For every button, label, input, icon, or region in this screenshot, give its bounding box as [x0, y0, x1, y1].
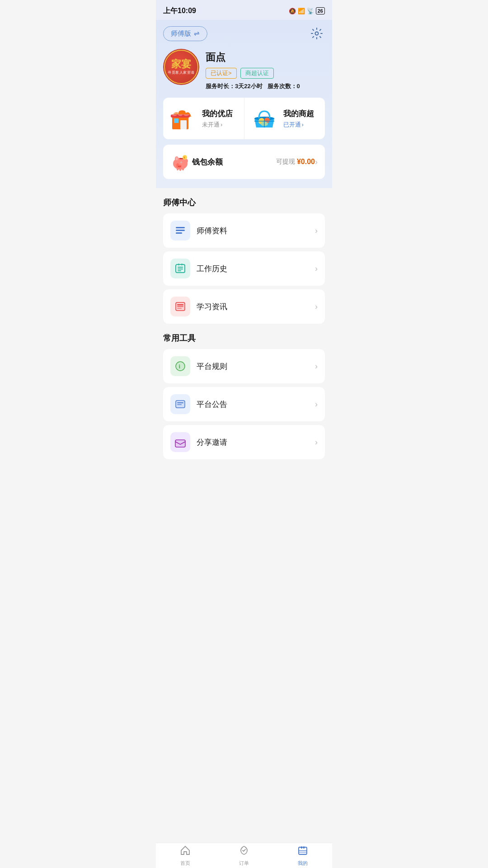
menu-item-news-label: 学习资讯	[197, 302, 315, 312]
store-card-super[interactable]: 我的商超 已开通 ›	[244, 98, 325, 139]
header-top: 师傅版 ⇌	[163, 25, 325, 42]
svg-rect-47	[177, 402, 183, 403]
badges-row: 已认证> 商超认证	[206, 68, 325, 79]
svg-point-16	[178, 166, 179, 167]
avatar-text-sub: 寻觅客人家里请	[168, 70, 195, 75]
svg-rect-53	[301, 846, 302, 849]
nav-label-orders: 订单	[239, 860, 249, 867]
svg-point-21	[176, 157, 178, 160]
chevron-icon: ›	[315, 438, 318, 447]
menu-item-history-label: 工作历史	[197, 264, 315, 274]
svg-rect-22	[179, 158, 183, 159]
store-youshop-title: 我的优店	[202, 108, 239, 119]
master-center-section: 师傅中心 师傅资料 ›	[156, 188, 332, 324]
svg-rect-29	[176, 230, 185, 231]
signal-icon: 📶	[298, 8, 305, 14]
orders-icon	[238, 844, 250, 859]
menu-item-profile-label: 师傅资料	[197, 226, 315, 236]
service-count-label: 服务次数：	[267, 83, 297, 90]
svg-rect-2	[174, 118, 178, 123]
chevron-icon: ›	[315, 264, 318, 274]
battery-indicator: 26	[316, 7, 325, 14]
nav-label-home: 首页	[180, 860, 190, 867]
history-icon	[170, 259, 190, 278]
svg-rect-49	[175, 440, 185, 447]
tools-menu: i 平台规则 › 平台公告 ›	[163, 349, 325, 459]
menu-item-history[interactable]: 工作历史 ›	[163, 251, 325, 286]
svg-rect-25	[182, 168, 184, 170]
version-toggle-label: 师傅版	[171, 29, 191, 38]
service-time-label: 服务时长：	[206, 83, 235, 90]
svg-text:¥: ¥	[183, 156, 185, 159]
menu-item-news[interactable]: 学习资讯 ›	[163, 289, 325, 324]
chevron-icon: ›	[315, 302, 318, 311]
nav-item-home[interactable]: 首页	[156, 843, 215, 868]
piggy-icon: ¥	[170, 151, 192, 173]
store-cards: 我的优店 未开通 ›	[163, 98, 325, 139]
badge-super: 商超认证	[240, 68, 274, 79]
svg-point-15	[177, 165, 182, 168]
notice-icon	[170, 394, 190, 414]
avatar: 家宴 寻觅客人家里请	[163, 49, 199, 85]
svg-rect-41	[177, 308, 182, 309]
profile-row: 家宴 寻觅客人家里请 面点 已认证> 商超认证 服务时长：3天22小时 服务次数…	[163, 49, 325, 90]
wallet-amount: ¥0.00	[297, 158, 315, 166]
menu-item-profile[interactable]: 师傅资料 ›	[163, 213, 325, 248]
swap-icon: ⇌	[194, 29, 200, 38]
svg-rect-48	[177, 404, 182, 405]
service-count-value: 0	[297, 83, 300, 90]
svg-rect-30	[176, 232, 182, 234]
tools-section: 常用工具 i 平台规则 ›	[156, 324, 332, 459]
menu-item-notice[interactable]: 平台公告 ›	[163, 387, 325, 421]
svg-rect-40	[177, 306, 183, 307]
store-youshop-status: 未开通 ›	[202, 121, 239, 129]
header-section: 师傅版 ⇌ 家宴 寻觅客人家里请 面点 已认证> 商超认证 服务时长：3天22小…	[156, 20, 332, 188]
avatar-text-main: 家宴	[171, 59, 191, 69]
menu-item-rules-label: 平台规则	[197, 361, 315, 372]
nav-label-mine: 我的	[298, 860, 308, 867]
main-content: 师傅中心 师傅资料 ›	[156, 188, 332, 495]
profile-icon	[170, 221, 190, 241]
nav-item-orders[interactable]: 订单	[215, 843, 273, 868]
svg-rect-34	[178, 270, 181, 271]
settings-button[interactable]	[309, 25, 325, 42]
wallet-card[interactable]: ¥ 钱包余额 可提现 ¥0.00 ›	[163, 145, 325, 179]
chevron-icon: ›	[315, 362, 318, 371]
mute-icon: 🔕	[289, 8, 296, 14]
share-icon	[170, 432, 190, 452]
shop-icon	[169, 104, 197, 133]
svg-text:i: i	[179, 363, 181, 370]
wallet-withdraw-label: 可提现	[276, 158, 295, 166]
badge-verified[interactable]: 已认证>	[206, 68, 237, 79]
store-super-status: 已开通 ›	[283, 121, 320, 129]
svg-rect-54	[303, 846, 305, 849]
menu-item-share-label: 分享邀请	[197, 437, 315, 448]
menu-item-notice-label: 平台公告	[197, 399, 315, 410]
mine-icon	[297, 844, 309, 859]
menu-item-share[interactable]: 分享邀请 ›	[163, 425, 325, 459]
store-super-info: 我的商超 已开通 ›	[283, 108, 320, 129]
version-toggle-button[interactable]: 师傅版 ⇌	[163, 26, 207, 41]
svg-rect-32	[178, 267, 183, 268]
basket-icon	[250, 104, 279, 133]
svg-rect-24	[179, 169, 181, 171]
master-center-menu: 师傅资料 › 工作历史 ›	[163, 213, 325, 324]
svg-rect-23	[177, 168, 178, 170]
store-card-youshop[interactable]: 我的优店 未开通 ›	[163, 98, 244, 139]
svg-rect-33	[178, 269, 183, 269]
home-icon	[179, 844, 191, 859]
nav-item-mine[interactable]: 我的	[273, 843, 332, 868]
wallet-label: 钱包余额	[192, 157, 276, 167]
service-info: 服务时长：3天22小时 服务次数：0	[206, 82, 325, 90]
svg-rect-28	[176, 227, 185, 228]
svg-rect-39	[177, 304, 183, 306]
profile-name: 面点	[206, 51, 325, 64]
rules-icon: i	[170, 356, 190, 376]
svg-point-0	[315, 32, 319, 35]
news-icon	[170, 297, 190, 316]
chevron-icon: ›	[315, 226, 318, 236]
svg-point-17	[180, 166, 181, 167]
menu-item-rules[interactable]: i 平台规则 ›	[163, 349, 325, 383]
store-youshop-info: 我的优店 未开通 ›	[202, 108, 239, 129]
service-time-value: 3天22小时	[235, 83, 263, 90]
